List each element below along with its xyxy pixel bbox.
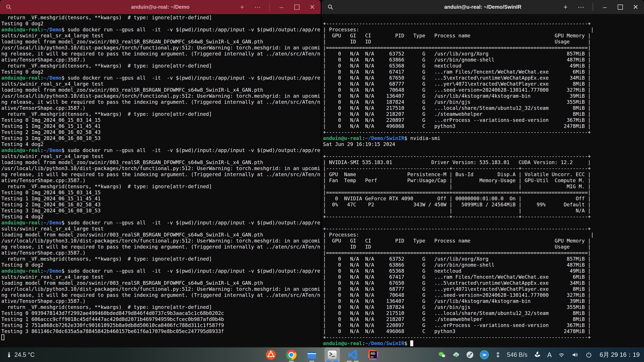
steam-icon[interactable]: [466, 351, 474, 359]
terminal-line: sults/swinir_real_sr_x4_large test: [1, 153, 321, 159]
terminal-line: Testing 3 861146c70dc635a5a78845842b4601…: [1, 328, 321, 334]
terminal-line: | 0 N/A N/A 67417 G ...ram Files/Tencent…: [323, 69, 644, 75]
terminal-line: Testing 2 Img_2024_06_16_02_58_43: [1, 129, 321, 135]
terminal-line: Testing 0 Img_2024_06_15_03_14_15: [1, 117, 321, 123]
wifi-icon[interactable]: [558, 351, 565, 359]
new-tab-button[interactable]: +: [238, 3, 246, 11]
menu-button[interactable]: ⋯: [254, 3, 261, 11]
minimize-button[interactable]: –: [278, 3, 285, 11]
dock: RD: [263, 348, 381, 362]
terminal-line: loading model from model_zoo/swinir/003_…: [1, 39, 321, 45]
terminal-line: +---------------------------------------…: [323, 226, 644, 232]
terminal-line: | ID ID Usage |: [323, 39, 644, 45]
terminal-line: +---------------------------------------…: [323, 21, 644, 27]
terminal-line: |=======================================…: [323, 190, 644, 196]
terminal-line: | 0 N/A N/A 68777 G ...yer\4071\extracte…: [323, 286, 644, 292]
terminal-line: anduin@u-real:~/Demo/SwinIR$: [323, 340, 644, 347]
temperature-value: 24.5 °C: [14, 351, 34, 358]
terminal-line: ative/TensorShape.cpp:3587.): [1, 105, 321, 111]
left-terminal-output[interactable]: return _VF.meshgrid(tensors, **kwargs) #…: [0, 14, 321, 347]
terminal-line: | 0 N/A N/A 220897 G ...erProcess --vari…: [323, 117, 644, 123]
terminal-line: return _VF.meshgrid(tensors, **kwargs) #…: [1, 256, 321, 262]
netdisk-sync-icon[interactable]: ≫: [480, 350, 489, 359]
right-terminal-output[interactable]: +---------------------------------------…: [322, 14, 644, 347]
terminal-line: return _VF.meshgrid(tensors, **kwargs) #…: [1, 14, 321, 21]
terminal-line: Testing 2 751a868cb7262e330fc901618925b8…: [1, 322, 321, 328]
terminal-line: anduin@u-real:~/Demo$ sudo docker run --…: [1, 268, 321, 274]
terminal-line: ng release, it will be required to pass …: [1, 171, 321, 177]
terminal-line: ative/TensorShape.cpp:3587.): [1, 177, 321, 184]
dock-terminal-icon[interactable]: [324, 348, 340, 362]
terminal-line: +---------------------------------------…: [323, 214, 644, 220]
terminal-line: | 0 N/A N/A 67650 G ...5\extracted\runti…: [323, 280, 644, 286]
terminal-window-swinir: anduin@u-real: ~/Demo/SwinIR + ⋯ – ✕ +--…: [322, 0, 644, 347]
volume-icon[interactable]: [572, 351, 579, 359]
updown-arrow-icon[interactable]: ↕: [495, 351, 501, 359]
terminal-line: |---------------------------------------…: [323, 165, 644, 171]
terminal-line: anduin@u-real:~/Demo$ sudo docker run --…: [1, 75, 321, 81]
dock-ubuntu-icon[interactable]: [263, 348, 278, 362]
terminal-line: | | | MIG M. |: [323, 184, 644, 190]
cloud-sync-icon[interactable]: [452, 351, 460, 359]
dock-vscode-icon[interactable]: [345, 348, 360, 362]
temperature-indicator[interactable]: 24.5 °C: [6, 351, 34, 358]
left-titlebar[interactable]: anduin@u-real: ~/Demo + ⋯ – ✕: [0, 0, 321, 14]
window-title: anduin@u-real: ~/Demo/SwinIR: [444, 4, 522, 10]
wechat-icon[interactable]: [438, 351, 446, 359]
power-icon[interactable]: [585, 351, 592, 359]
terminal-line: | GPU GI CI PID Type Process name GPU Me…: [323, 33, 644, 39]
terminal-line: | 0 NVIDIA GeForce RTX 4090 Off | 000000…: [323, 196, 644, 202]
maximize-button[interactable]: [616, 3, 624, 11]
terminal-line: ative/TensorShape.cpp:3587.): [1, 298, 321, 304]
terminal-line: /usr/local/lib/python3.10/dist-packages/…: [1, 238, 321, 244]
clock[interactable]: 6月 29 16：19: [600, 351, 640, 359]
dock-rider-icon[interactable]: RD: [366, 348, 381, 362]
terminal-line: | Processes: |: [323, 232, 644, 238]
network-speed[interactable]: 546 B/s: [507, 351, 528, 358]
terminal-line: Testing 0 dog2: [1, 21, 321, 27]
terminal-line: | 0 N/A N/A 136407 G /usr/lib/4kstogram/…: [323, 298, 644, 304]
terminal-line: ng release, it will be required to pass …: [1, 51, 321, 57]
search-icon[interactable]: [5, 3, 12, 11]
right-titlebar[interactable]: anduin@u-real: ~/Demo/SwinIR + ⋯ – ✕: [322, 0, 644, 14]
terminal-line: | 0 N/A N/A 63752 G /usr/lib/xorg/Xorg 8…: [323, 51, 644, 57]
terminal-line: | 0 N/A N/A 67650 G ...5\extracted\runti…: [323, 75, 644, 81]
terminal-line: Testing 1 Img_2024_06_15_11_45_41: [1, 196, 321, 202]
terminal-line: | 0 N/A N/A 70648 G ...seed-version=2024…: [323, 87, 644, 93]
menu-button[interactable]: ⋯: [577, 3, 585, 11]
terminal-line: Testing 0 0939478143d7f2992ae499460bded8…: [1, 310, 321, 316]
terminal-line: sults/swinir_real_sr_x4_large test: [1, 274, 321, 280]
terminal-line: | 0 N/A N/A 63866 G /usr/bin/gnome-shell…: [323, 262, 644, 268]
taskbar: 24.5 °C: [0, 347, 644, 362]
terminal-line: anduin@u-real:~/Demo$ sudo docker run --…: [1, 27, 321, 33]
terminal-window-demo: anduin@u-real: ~/Demo + ⋯ – ✕ return _VF…: [0, 0, 321, 347]
terminal-line: [323, 220, 644, 226]
titlebar-separator: [593, 3, 593, 11]
terminal-line: | 0 N/A N/A 67417 G ...ram Files/Tencent…: [323, 274, 644, 280]
terminal-line: | 0 N/A N/A 220897 G ...erProcess --vari…: [323, 322, 644, 328]
dock-chrome-icon[interactable]: [284, 348, 299, 362]
new-tab-button[interactable]: +: [562, 3, 569, 11]
terminal-line: Sat Jun 29 16:19:15 2024: [323, 141, 644, 147]
minimize-button[interactable]: –: [601, 3, 608, 11]
terminal-line: | | | N/A |: [323, 208, 644, 214]
terminal-line: | 0 N/A N/A 136407 G /usr/lib/4kstogram/…: [323, 93, 644, 99]
search-icon[interactable]: [327, 3, 334, 11]
dock-files-icon[interactable]: [304, 348, 320, 362]
terminal-line: | Fan Temp Perf Pwr:Usage/Cap | Memory-U…: [323, 177, 644, 184]
terminal-line: |=======================================…: [323, 45, 644, 51]
thermometer-icon: [6, 352, 12, 358]
terminal-line: | 0 N/A N/A 217510 G ...local/share/Stea…: [323, 310, 644, 316]
terminal-line: ative/TensorShape.cpp:3587.): [1, 57, 321, 63]
close-button[interactable]: ✕: [308, 3, 316, 11]
input-method-indicator[interactable]: A: [547, 351, 552, 359]
terminal-line: +---------------------------------------…: [323, 334, 644, 340]
terminal-line: sults/swinir_real_sr_x4_large test: [1, 81, 321, 87]
maximize-button[interactable]: [293, 3, 300, 11]
propeller-icon[interactable]: [534, 351, 541, 359]
terminal-line: | 0 N/A N/A 70648 G ...seed-version=2024…: [323, 292, 644, 298]
terminal-line: | 0 N/A N/A 217510 G ...local/share/Stea…: [323, 105, 644, 111]
terminal-line: Testing 0 dog2: [1, 69, 321, 75]
terminal-line: loading model from model_zoo/swinir/003_…: [1, 232, 321, 238]
close-button[interactable]: ✕: [632, 3, 639, 11]
